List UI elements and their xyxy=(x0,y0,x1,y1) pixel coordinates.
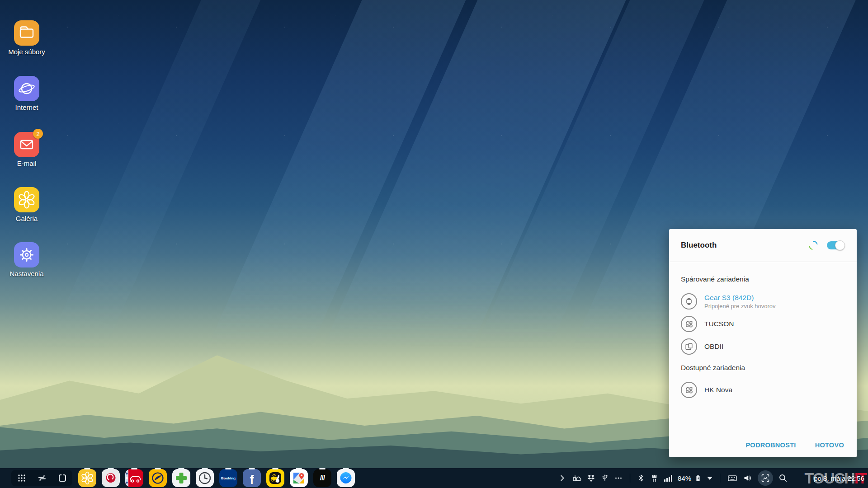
icon-label: Galéria xyxy=(16,215,38,222)
taskbar-app-car-service[interactable] xyxy=(125,469,143,487)
gear-icon xyxy=(14,242,39,267)
device-row-tucson[interactable]: TUCSON xyxy=(681,313,845,335)
signal-bars-icon xyxy=(664,475,672,482)
desktop-icon-email[interactable]: 2 E-mail xyxy=(1,132,52,167)
device-row-gear-s3[interactable]: Gear S3 (842D) Pripojené pre zvuk hovoro… xyxy=(681,290,845,313)
facebook-logo-letter: f xyxy=(250,473,254,487)
taskbar: Booking f xyxy=(0,468,868,488)
weather-notification[interactable] xyxy=(572,474,581,483)
recents-button[interactable] xyxy=(34,471,50,485)
desktop-icon-my-files[interactable]: Moje súbory xyxy=(1,20,52,56)
speaker-icon xyxy=(743,474,752,483)
planet-icon xyxy=(14,76,39,101)
taskbar-app-booking[interactable]: Booking xyxy=(219,469,237,487)
battery-status[interactable] xyxy=(694,474,702,483)
dropbox-notification[interactable] xyxy=(587,474,595,483)
messenger-icon xyxy=(337,469,355,487)
clock-datetime[interactable]: TOUCHIT po 8. mája 22:56 xyxy=(793,468,864,488)
taskbar-nav-group xyxy=(11,470,72,486)
email-unread-badge: 2 xyxy=(33,129,43,139)
signal-strength[interactable] xyxy=(664,475,672,482)
battery-percent: 84% xyxy=(678,474,691,482)
taskbar-app-taxi[interactable] xyxy=(266,469,284,487)
paired-devices-header: Spárované zariadenia xyxy=(681,275,845,283)
icon-label: Internet xyxy=(15,103,38,111)
available-devices-header: Dostupné zariadenia xyxy=(681,364,845,372)
tray-divider xyxy=(630,474,630,483)
desktop-icon-internet[interactable]: Internet xyxy=(1,76,52,111)
car-icon xyxy=(125,469,143,487)
search-button[interactable] xyxy=(778,474,788,483)
taskbar-app-lufthansa[interactable] xyxy=(149,469,167,487)
bluetooth-toggle[interactable] xyxy=(827,241,844,249)
sun-cloud-icon xyxy=(572,474,581,483)
more-notifications-button[interactable] xyxy=(614,474,623,482)
windows-button[interactable] xyxy=(55,471,70,485)
usb-transfer-icon xyxy=(650,474,659,483)
keyboard-button[interactable] xyxy=(727,474,737,483)
red-logo-icon xyxy=(102,469,120,487)
ellipsis-icon xyxy=(614,474,623,482)
details-button[interactable]: PODROBNOSTI xyxy=(745,441,796,449)
device-row-hk-nova[interactable]: HK Nova xyxy=(681,379,845,401)
green-cross-icon xyxy=(172,469,190,487)
desktop-icon-gallery[interactable]: Galéria xyxy=(1,187,52,222)
clock-icon xyxy=(196,469,214,487)
bluetooth-status[interactable] xyxy=(637,474,645,482)
taskbar-app-pharmacy[interactable] xyxy=(172,469,190,487)
apps-grid-icon xyxy=(17,474,26,483)
usb-transfer-status[interactable] xyxy=(650,474,659,483)
search-icon xyxy=(778,474,788,483)
icon-label: E-mail xyxy=(17,160,37,167)
device-icon xyxy=(681,316,697,332)
map-icon xyxy=(290,469,308,487)
toggle-knob xyxy=(835,240,845,250)
system-tray: 84% xyxy=(558,468,868,488)
chevron-right-icon xyxy=(558,474,566,482)
battery-charging-icon xyxy=(694,474,702,483)
flower-icon xyxy=(14,187,39,212)
taskbar-app-facebook[interactable]: f xyxy=(243,469,261,487)
taskbar-app-google-maps[interactable] xyxy=(290,469,308,487)
screen-capture-button[interactable] xyxy=(758,470,773,486)
caret-down-icon xyxy=(707,477,712,480)
taskbar-app-red-logo[interactable] xyxy=(102,469,120,487)
device-name: TUCSON xyxy=(704,319,734,328)
device-row-obdii[interactable]: OBDII xyxy=(681,335,845,358)
icon-label: Nastavenia xyxy=(9,270,43,277)
envelope-icon: 2 xyxy=(14,132,39,157)
usb-notification[interactable] xyxy=(601,474,609,482)
loading-spinner-icon xyxy=(808,240,819,251)
device-name: OBDII xyxy=(704,342,723,351)
taskbar-app-messenger[interactable] xyxy=(337,469,355,487)
icon-label: Moje súbory xyxy=(8,48,45,56)
expand-tray-button[interactable] xyxy=(558,474,566,482)
window-icon xyxy=(57,473,67,483)
taxi-hand-icon xyxy=(266,469,284,487)
volume-button[interactable] xyxy=(743,474,752,483)
taskbar-app-clock[interactable] xyxy=(196,469,214,487)
usb-icon xyxy=(601,474,609,482)
panel-title: Bluetooth xyxy=(681,241,808,250)
device-icon xyxy=(681,382,697,398)
done-button[interactable]: HOTOVO xyxy=(815,441,844,449)
apps-button[interactable] xyxy=(14,471,29,485)
device-name: Gear S3 (842D) xyxy=(704,293,776,302)
desktop-icon-settings[interactable]: Nastavenia xyxy=(1,242,52,277)
bluetooth-panel: Bluetooth Spárované zariadenia Gear S3 (… xyxy=(669,229,857,457)
device-name: HK Nova xyxy=(704,385,732,394)
recents-icon xyxy=(37,473,47,483)
flower-icon xyxy=(78,469,96,487)
taskbar-apps: Booking f xyxy=(78,469,355,487)
folder-icon xyxy=(14,20,39,46)
taskbar-app-what3words[interactable]: /// xyxy=(313,469,331,487)
desktop-wallpaper: Moje súbory Internet 2 E-mail xyxy=(0,0,868,488)
crane-bird-icon xyxy=(149,469,167,487)
multi-device-icon xyxy=(681,338,697,355)
dropbox-icon xyxy=(587,474,595,483)
keyboard-icon xyxy=(727,474,737,483)
datetime-text: po 8. mája 22:56 xyxy=(814,474,864,482)
tray-expand-button[interactable] xyxy=(707,477,712,480)
screen-capture-icon xyxy=(761,474,770,483)
taskbar-app-gallery[interactable] xyxy=(78,469,96,487)
